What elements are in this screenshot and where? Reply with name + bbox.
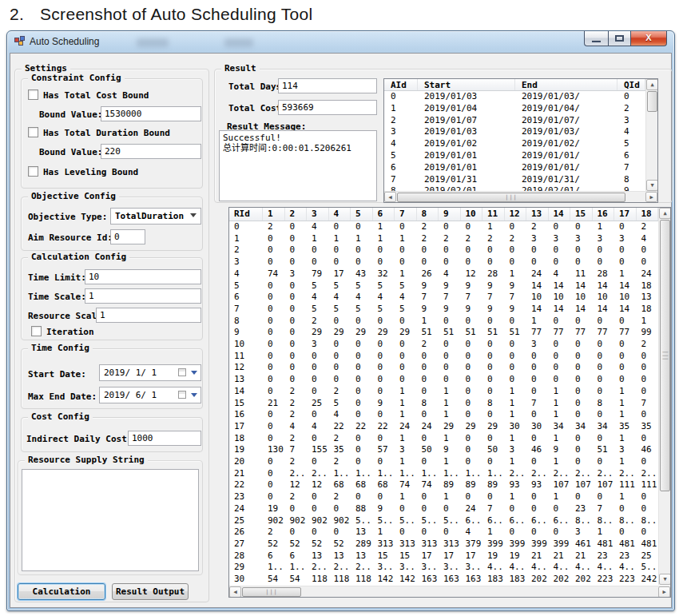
table-row[interactable]: 6004444477777101010101013 bbox=[229, 292, 658, 304]
table-row[interactable]: 20020200101001010010 bbox=[229, 456, 658, 468]
column-header[interactable]: 1 bbox=[263, 208, 285, 221]
table-row[interactable]: 2201212686868747489898993931071071071111… bbox=[229, 479, 658, 491]
table-row[interactable]: 3000000000000000000 bbox=[229, 256, 658, 268]
column-header[interactable]: 11 bbox=[482, 208, 505, 221]
table-row[interactable]: 23020200101001010010 bbox=[229, 491, 658, 503]
table-row[interactable]: 22019/01/072019/01/07/3 bbox=[384, 115, 645, 127]
has-total-duration-bound-checkbox[interactable] bbox=[28, 127, 38, 137]
table-row[interactable]: 262000131000410003100 bbox=[229, 527, 658, 539]
resource-grid-vscrollbar[interactable]: ▲ ||| ▼ bbox=[658, 208, 670, 585]
indirect-daily-cost-input[interactable]: 1000 bbox=[128, 431, 201, 446]
table-row[interactable]: 02019/01/032019/01/03/0 bbox=[384, 91, 645, 103]
table-row[interactable]: 42019/01/022019/01/02/5 bbox=[384, 138, 645, 150]
scroll-down-icon[interactable]: ▼ bbox=[659, 574, 671, 585]
scrollbar-thumb[interactable]: ||| bbox=[242, 587, 301, 597]
scrollbar-thumb[interactable] bbox=[647, 91, 657, 112]
has-leveling-bound-checkbox[interactable] bbox=[28, 166, 38, 177]
result-output-button[interactable]: Result Output bbox=[112, 583, 189, 600]
column-header[interactable]: 8 bbox=[417, 208, 439, 221]
column-header[interactable]: 16 bbox=[593, 208, 615, 221]
table-row[interactable]: 14020200101001010010 bbox=[229, 386, 658, 398]
resource-grid-body[interactable]: 0204001020010200102100111112222233333420… bbox=[229, 221, 658, 585]
time-scale-input[interactable]: 1 bbox=[85, 288, 201, 304]
table-row[interactable]: 2102..2..1..1..1..1..1..1..1..1..2..2..2… bbox=[229, 468, 658, 480]
table-row[interactable]: 17044222222242429292930303434343535 bbox=[229, 421, 658, 433]
resource-scale-input[interactable]: 1 bbox=[96, 308, 201, 323]
scrollbar-thumb[interactable]: ||| bbox=[397, 193, 625, 202]
resource-grid[interactable]: RId123456789101112131415161718 020400102… bbox=[228, 207, 671, 598]
objective-type-select[interactable]: TotalDuration bbox=[110, 208, 201, 225]
has-total-cost-bound-checkbox[interactable] bbox=[28, 89, 38, 100]
scroll-down-icon[interactable]: ▼ bbox=[646, 180, 658, 191]
column-header[interactable]: 4 bbox=[329, 208, 351, 221]
table-row[interactable]: 62019/01/012019/01/01/7 bbox=[384, 162, 645, 174]
table-row[interactable]: 90029292929295151515151777777777799 bbox=[229, 327, 658, 339]
table-row[interactable]: 4743791743321264122812441128124 bbox=[229, 268, 658, 280]
column-header[interactable]: Start bbox=[418, 79, 515, 90]
table-row[interactable]: 2752525252289313313313313379399399399399… bbox=[229, 539, 658, 550]
table-row[interactable]: 12019/01/042019/01/04/2 bbox=[384, 103, 645, 115]
column-header[interactable]: 17 bbox=[614, 208, 637, 221]
scroll-up-icon[interactable]: ▲ bbox=[646, 79, 658, 90]
activity-grid-vscrollbar[interactable]: ▲ ▼ bbox=[645, 79, 657, 191]
activity-grid-hscrollbar[interactable]: ◀ ||| ▶ bbox=[384, 191, 657, 202]
column-header[interactable]: 5 bbox=[351, 208, 373, 221]
table-row[interactable]: 3054541181181181421421631631631831832022… bbox=[229, 574, 658, 585]
scroll-up-icon[interactable]: ▲ bbox=[659, 208, 671, 219]
table-row[interactable]: 259029029029025..5..5..5..5..6..6..6..6.… bbox=[229, 515, 658, 527]
scroll-right-icon[interactable]: ▶ bbox=[658, 586, 670, 598]
iteration-checkbox[interactable] bbox=[31, 326, 42, 336]
total-cost-input[interactable]: 593669 bbox=[278, 100, 377, 115]
scroll-right-icon[interactable]: ▶ bbox=[645, 192, 657, 202]
duration-bound-value-input[interactable]: 220 bbox=[101, 144, 201, 159]
column-header[interactable]: 13 bbox=[526, 208, 549, 221]
max-end-date-picker[interactable]: 2019/ 6/ 1 bbox=[99, 387, 201, 403]
column-header[interactable]: 2 bbox=[285, 208, 308, 221]
table-row[interactable]: 241900088900024700023700 bbox=[229, 503, 658, 515]
table-row[interactable]: 72019/01/312019/01/31/8 bbox=[384, 174, 645, 186]
column-header[interactable]: 18 bbox=[637, 208, 659, 221]
activity-grid[interactable]: AIdStartEndQId 02019/01/032019/01/03/012… bbox=[383, 78, 658, 203]
table-row[interactable]: 5005555599999141414141418 bbox=[229, 280, 658, 292]
column-header[interactable]: End bbox=[515, 79, 617, 90]
column-header[interactable]: 3 bbox=[307, 208, 329, 221]
scrollbar-thumb[interactable]: ||| bbox=[660, 220, 670, 491]
table-row[interactable]: 52019/01/012019/01/01/6 bbox=[384, 150, 645, 162]
cost-bound-value-input[interactable]: 1530000 bbox=[101, 106, 201, 121]
table-row[interactable]: 2000000000000000000 bbox=[229, 244, 658, 256]
table-row[interactable]: 82019/02/012019/02/01/9 bbox=[384, 185, 645, 191]
table-row[interactable]: 12000000000000000000 bbox=[229, 362, 658, 374]
calculation-button[interactable]: Calculation bbox=[18, 583, 105, 600]
table-row[interactable]: 1001111122222333334 bbox=[229, 233, 658, 245]
table-row[interactable]: 10003000020000300002 bbox=[229, 339, 658, 351]
time-limit-input[interactable]: 10 bbox=[85, 269, 201, 284]
activity-grid-body[interactable]: 02019/01/032019/01/03/012019/01/042019/0… bbox=[384, 91, 645, 191]
start-date-picker[interactable]: 2019/ 1/ 1 bbox=[99, 364, 201, 381]
scroll-left-icon[interactable]: ◀ bbox=[384, 192, 396, 202]
column-header[interactable]: 15 bbox=[570, 208, 593, 221]
table-row[interactable]: 286613131315151717171919212121232325 bbox=[229, 550, 658, 562]
table-row[interactable]: 16020400101001010010 bbox=[229, 409, 658, 421]
column-header[interactable]: 7 bbox=[395, 208, 417, 221]
table-row[interactable]: 11000000000000000000 bbox=[229, 351, 658, 363]
table-row[interactable]: 1913071553505735090503469051346 bbox=[229, 444, 658, 456]
scroll-left-icon[interactable]: ◀ bbox=[229, 586, 241, 598]
column-header[interactable]: 9 bbox=[439, 208, 461, 221]
column-header[interactable]: 10 bbox=[461, 208, 483, 221]
total-days-input[interactable]: 114 bbox=[278, 78, 377, 93]
table-row[interactable]: 8002000010000100001 bbox=[229, 316, 658, 328]
table-row[interactable]: 1521225509181081710817 bbox=[229, 398, 658, 410]
resource-grid-hscrollbar[interactable]: ◀ ||| ▶ bbox=[229, 586, 670, 597]
result-message-box[interactable]: Successful! 总计算时间:0:00:01.5206261 bbox=[219, 130, 377, 201]
table-row[interactable]: 32019/01/032019/01/03/4 bbox=[384, 126, 645, 138]
column-header[interactable]: QId bbox=[617, 79, 645, 90]
column-header[interactable]: 6 bbox=[373, 208, 395, 221]
table-row[interactable]: 7005555599999141414141418 bbox=[229, 304, 658, 316]
column-header[interactable]: 14 bbox=[549, 208, 571, 221]
column-header[interactable]: RId bbox=[229, 208, 263, 221]
table-row[interactable]: 18020200101001010010 bbox=[229, 433, 658, 445]
column-header[interactable]: AId bbox=[384, 79, 418, 90]
aim-resource-id-input[interactable]: 0 bbox=[110, 229, 145, 244]
column-header[interactable]: 12 bbox=[505, 208, 527, 221]
table-row[interactable]: 291..1..2..2..2..3..3..3..3..3..4..4..4.… bbox=[229, 562, 658, 574]
